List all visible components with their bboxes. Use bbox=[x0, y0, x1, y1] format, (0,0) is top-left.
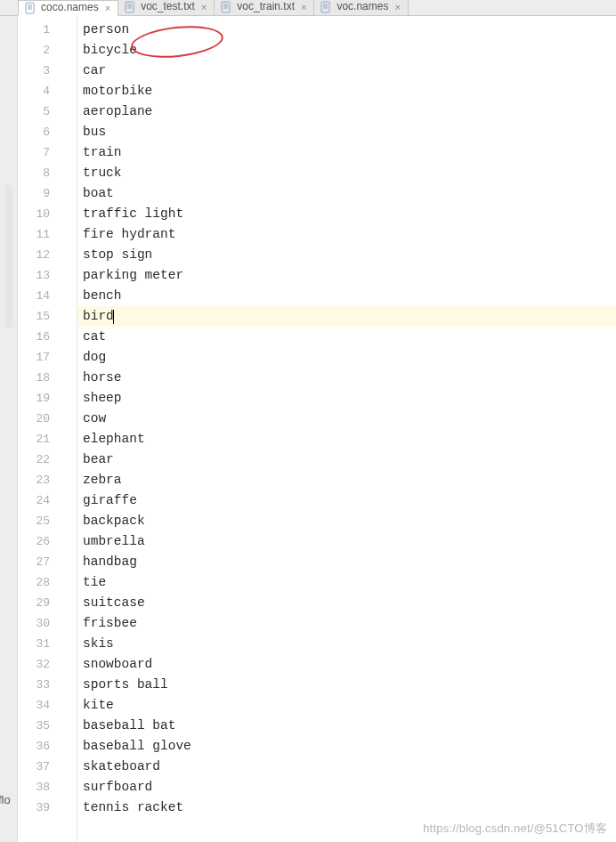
tab-label: voc_train.txt bbox=[237, 0, 295, 12]
code-line[interactable]: traffic light bbox=[77, 204, 616, 224]
line-number: 17 bbox=[18, 347, 77, 368]
code-line[interactable]: horse bbox=[77, 368, 616, 388]
code-text: skis bbox=[83, 634, 114, 654]
code-line[interactable]: bus bbox=[77, 122, 616, 142]
tab-label: coco.names bbox=[41, 1, 99, 13]
code-line[interactable]: skateboard bbox=[77, 757, 616, 777]
line-number: 19 bbox=[18, 388, 77, 409]
code-line[interactable]: cow bbox=[77, 409, 616, 429]
code-line[interactable]: giraffe bbox=[77, 490, 616, 511]
line-number: 26 bbox=[18, 531, 77, 552]
code-line[interactable]: skis bbox=[77, 634, 616, 654]
code-line[interactable]: car bbox=[77, 61, 616, 81]
code-line[interactable]: parking meter bbox=[77, 265, 616, 286]
code-line[interactable]: snowboard bbox=[77, 654, 616, 675]
code-line[interactable]: bicycle bbox=[77, 40, 616, 61]
editor-area: 1234567891011121314151617181920212223242… bbox=[0, 16, 616, 842]
code-line[interactable]: truck bbox=[77, 163, 616, 183]
code-text: bear bbox=[83, 449, 114, 470]
code-line[interactable]: sports ball bbox=[77, 675, 616, 695]
line-number: 2 bbox=[18, 40, 77, 61]
code-line[interactable]: train bbox=[77, 142, 616, 163]
file-icon bbox=[220, 1, 232, 13]
code-text: boat bbox=[83, 183, 114, 204]
tab-voc_test-txt[interactable]: voc_test.txt× bbox=[118, 0, 215, 15]
line-number: 10 bbox=[18, 204, 77, 224]
code-line[interactable]: tie bbox=[77, 572, 616, 593]
code-line[interactable]: person bbox=[77, 20, 616, 40]
line-number: 23 bbox=[18, 470, 77, 490]
line-number-gutter: 1234567891011121314151617181920212223242… bbox=[18, 16, 77, 842]
close-icon[interactable]: × bbox=[299, 2, 306, 12]
code-line[interactable]: stop sign bbox=[77, 245, 616, 265]
close-icon[interactable]: × bbox=[393, 2, 400, 12]
code-line[interactable]: zebra bbox=[77, 470, 616, 490]
code-line[interactable]: handbag bbox=[77, 552, 616, 572]
code-line[interactable]: frisbee bbox=[77, 613, 616, 634]
code-text: motorbike bbox=[83, 81, 152, 101]
code-text: bicycle bbox=[83, 40, 137, 61]
code-line[interactable]: elephant bbox=[77, 429, 616, 449]
watermark-text: https://blog.csdn.net/@51CTO博客 bbox=[423, 821, 607, 837]
code-text: train bbox=[83, 142, 122, 163]
code-text: umbrella bbox=[83, 531, 145, 552]
code-line[interactable]: umbrella bbox=[77, 531, 616, 552]
line-number: 30 bbox=[18, 613, 77, 634]
svg-rect-12 bbox=[321, 2, 329, 12]
code-text: car bbox=[83, 61, 106, 81]
line-number: 12 bbox=[18, 245, 77, 265]
tab-voc-names[interactable]: voc.names× bbox=[314, 0, 408, 15]
code-text: snowboard bbox=[83, 654, 152, 675]
line-number: 36 bbox=[18, 736, 77, 757]
code-line[interactable]: suitcase bbox=[77, 593, 616, 613]
code-line[interactable]: dog bbox=[77, 347, 616, 368]
line-number: 16 bbox=[18, 327, 77, 347]
code-line[interactable]: cat bbox=[77, 327, 616, 347]
code-line[interactable]: boat bbox=[77, 183, 616, 204]
line-number: 35 bbox=[18, 716, 77, 736]
close-icon[interactable]: × bbox=[103, 3, 110, 13]
line-number: 4 bbox=[18, 81, 77, 101]
code-line[interactable]: tennis racket bbox=[77, 797, 616, 818]
tab-coco-names[interactable]: coco.names× bbox=[18, 0, 118, 16]
code-text: bus bbox=[83, 122, 106, 142]
code-line[interactable]: bird bbox=[77, 306, 616, 327]
code-text: fire hydrant bbox=[83, 224, 175, 245]
line-number: 25 bbox=[18, 511, 77, 531]
code-line[interactable]: baseball bat bbox=[77, 716, 616, 736]
tab-label: voc.names bbox=[336, 0, 388, 12]
code-text: traffic light bbox=[83, 204, 183, 224]
text-caret bbox=[113, 310, 114, 324]
code-text: aeroplane bbox=[83, 101, 152, 122]
left-margin-strip bbox=[0, 16, 18, 842]
code-text: sports ball bbox=[83, 675, 168, 695]
code-text: skateboard bbox=[83, 757, 160, 777]
line-number: 15 bbox=[18, 306, 77, 327]
code-line[interactable]: bear bbox=[77, 449, 616, 470]
code-text: cow bbox=[83, 409, 106, 429]
code-line[interactable]: bench bbox=[77, 286, 616, 306]
code-line[interactable]: baseball glove bbox=[77, 736, 616, 757]
code-line[interactable]: surfboard bbox=[77, 777, 616, 797]
close-icon[interactable]: × bbox=[199, 2, 207, 12]
code-text: elephant bbox=[83, 429, 145, 449]
code-line[interactable]: aeroplane bbox=[77, 101, 616, 122]
tab-label: voc_test.txt bbox=[141, 0, 195, 12]
code-line[interactable]: kite bbox=[77, 695, 616, 716]
file-icon bbox=[124, 1, 136, 13]
line-number: 20 bbox=[18, 409, 77, 429]
line-number: 11 bbox=[18, 224, 77, 245]
code-text: frisbee bbox=[83, 613, 137, 634]
line-number: 28 bbox=[18, 572, 77, 593]
code-text: cat bbox=[83, 327, 106, 347]
code-line[interactable]: backpack bbox=[77, 511, 616, 531]
tab-voc_train-txt[interactable]: voc_train.txt× bbox=[215, 0, 314, 15]
code-line[interactable]: fire hydrant bbox=[77, 224, 616, 245]
code-line[interactable]: sheep bbox=[77, 388, 616, 409]
line-number: 6 bbox=[18, 122, 77, 142]
code-text: bench bbox=[83, 286, 122, 306]
code-content[interactable]: personbicyclecarmotorbikeaeroplanebustra… bbox=[77, 16, 616, 842]
svg-rect-4 bbox=[126, 2, 134, 12]
code-line[interactable]: motorbike bbox=[77, 81, 616, 101]
code-text: truck bbox=[83, 163, 122, 183]
